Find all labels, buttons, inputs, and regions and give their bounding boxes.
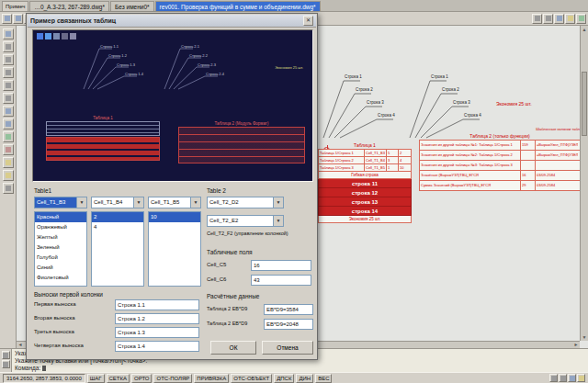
preview-table-1: Таблица 1 bbox=[46, 115, 160, 161]
callout-3-input[interactable] bbox=[115, 327, 199, 338]
notifications-icon[interactable] bbox=[549, 374, 558, 382]
combo-cell-t2-d2[interactable]: Cell_T2_D2▼ bbox=[207, 197, 284, 208]
doc-tab-2[interactable]: Без имени0* bbox=[110, 1, 154, 11]
list-cell-t1-b3[interactable]: Красный Оранжевый Желтый Зеленый Голубой… bbox=[34, 211, 87, 287]
coordinates-readout: 3164.2650, 2857.3853, 0.0000 bbox=[3, 374, 85, 383]
line-icon[interactable] bbox=[3, 54, 14, 65]
arc-icon[interactable] bbox=[3, 93, 14, 104]
chevron-down-icon[interactable]: ▼ bbox=[76, 197, 86, 208]
scroll-right-icon[interactable]: ► bbox=[572, 342, 580, 348]
table-cell bbox=[521, 151, 536, 160]
combo-cell-t1-b5[interactable]: Cell_T1_B5▼ bbox=[148, 197, 201, 208]
circle-icon[interactable] bbox=[3, 80, 14, 91]
combo-cell-t1-b4[interactable]: Cell_T1_B4▼ bbox=[91, 197, 144, 208]
grid-icon[interactable] bbox=[532, 14, 542, 24]
list-cell-t1-b4[interactable]: 2 4 bbox=[91, 211, 144, 287]
combo-cell-t2-e2[interactable]: Cell_T2_E2▼ bbox=[207, 215, 284, 227]
highlighted-row: строка 11 bbox=[318, 179, 412, 188]
list-item[interactable]: Синий bbox=[35, 263, 86, 273]
table-cell: =ВыражУзел_ПТФ(УЗЕЛ_059) bbox=[536, 141, 578, 150]
field-1-input[interactable] bbox=[251, 260, 311, 271]
drawing-table-1[interactable]: Таблица 1 Таблица 1/Строка 1 Cell_T1_B3 … bbox=[318, 141, 412, 223]
list-item[interactable]: 2 bbox=[92, 212, 143, 222]
calc-2-input[interactable] bbox=[264, 319, 313, 330]
status-toggle-dyn[interactable]: ДИН bbox=[296, 374, 313, 383]
select-cursor-icon[interactable] bbox=[3, 28, 14, 39]
field-2-input[interactable] bbox=[251, 275, 311, 286]
chevron-down-icon[interactable]: ▼ bbox=[273, 197, 283, 208]
list-cell-t1-b5[interactable]: 10 bbox=[148, 211, 201, 287]
dialog-titlebar[interactable]: Пример связанных таблиц ✕ bbox=[28, 15, 316, 28]
text-icon[interactable] bbox=[3, 131, 14, 142]
list-item[interactable]: 4 bbox=[92, 222, 143, 232]
block-icon[interactable] bbox=[3, 170, 14, 181]
list-item[interactable]: Оранжевый bbox=[35, 222, 86, 232]
erase-icon[interactable] bbox=[3, 41, 14, 52]
list-item[interactable]: Красный bbox=[35, 212, 86, 222]
doc-tab-1[interactable]: …0_А.3-23, 267-289.dwg* bbox=[29, 1, 109, 11]
callout-label: Строка 4 bbox=[464, 113, 481, 118]
fullscreen-icon[interactable] bbox=[568, 374, 576, 382]
callout-3-label: Третья выноска bbox=[34, 329, 74, 334]
status-toggle-snap[interactable]: ШАГ bbox=[87, 374, 105, 383]
list-item[interactable]: Желтый bbox=[35, 232, 86, 242]
callout-1-input[interactable] bbox=[115, 299, 199, 310]
command-input[interactable]: Команда: bbox=[15, 365, 586, 372]
chevron-down-icon[interactable]: ▼ bbox=[133, 197, 143, 208]
command-options-icon[interactable] bbox=[2, 360, 10, 368]
new-file-icon[interactable] bbox=[2, 14, 12, 24]
scroll-up-icon[interactable]: ▲ bbox=[581, 26, 588, 33]
dimension-icon[interactable] bbox=[3, 157, 14, 168]
callout-4-input[interactable] bbox=[115, 341, 199, 352]
settings-gear-icon[interactable] bbox=[565, 14, 575, 24]
fields-section-title: Табличные поля bbox=[207, 249, 253, 255]
field-2-label: Cell_C6 bbox=[207, 276, 226, 282]
status-right-group bbox=[549, 374, 585, 382]
open-icon[interactable] bbox=[13, 14, 23, 24]
leader-lines bbox=[320, 73, 408, 140]
lock-icon[interactable] bbox=[559, 374, 567, 382]
doc-tab-active[interactable]: rev001. Проверка функций в сумме и объед… bbox=[155, 1, 321, 11]
search-icon[interactable] bbox=[554, 14, 564, 24]
clean-screen-icon[interactable] bbox=[577, 374, 585, 382]
list-item[interactable]: Голубой bbox=[35, 253, 86, 263]
hatch-icon[interactable] bbox=[3, 183, 14, 194]
close-icon[interactable]: ✕ bbox=[303, 16, 313, 26]
scroll-left-icon[interactable]: ◄ bbox=[17, 342, 24, 348]
cancel-button[interactable]: Отмена bbox=[262, 341, 313, 355]
command-history-icon[interactable] bbox=[2, 351, 10, 359]
preview-pane[interactable]: Строка 1.1 Строка 1.2 Строка 1.3 Строка … bbox=[32, 29, 313, 182]
chevron-down-icon[interactable]: ▼ bbox=[273, 216, 283, 226]
list-item[interactable]: Фиолетовый bbox=[35, 273, 86, 283]
status-toggle-osnap[interactable]: ПРИВЯЗКА bbox=[194, 374, 229, 383]
spline-icon[interactable] bbox=[3, 118, 14, 130]
combo-cell-t1-b3[interactable]: Cell_T1_B3▼ bbox=[34, 197, 87, 208]
status-toggle-ucs[interactable]: ДПСК bbox=[274, 374, 294, 383]
callout-2-input[interactable] bbox=[115, 313, 199, 324]
list-item[interactable]: 10 bbox=[149, 212, 200, 222]
polyline-icon[interactable] bbox=[3, 67, 14, 78]
ok-button[interactable]: ОК bbox=[210, 341, 256, 355]
table-tool-icon[interactable] bbox=[3, 144, 14, 155]
table-cell: 5 bbox=[387, 150, 399, 156]
economy-note[interactable]: Экономия 25 шт. bbox=[496, 101, 532, 107]
status-toggle-polar[interactable]: ОТС-ПОЛЯР bbox=[153, 374, 192, 383]
drawing-table-2[interactable]: Шаблонные колонки табл. Таблица 2 (тольк… bbox=[419, 127, 581, 191]
status-toggle-grid[interactable]: СЕТКА bbox=[107, 374, 130, 383]
help-icon[interactable] bbox=[576, 14, 586, 24]
rectangle-icon[interactable] bbox=[3, 106, 14, 117]
table-cell: 3 bbox=[387, 157, 399, 163]
calc-1-input[interactable] bbox=[264, 304, 313, 315]
notes-panel-tab[interactable]: Примеч bbox=[2, 1, 28, 11]
status-toggle-otrack[interactable]: ОТС-ОБЪЕКТ bbox=[231, 374, 272, 383]
vertical-scrollbar[interactable]: ▲ ▼ bbox=[580, 26, 588, 341]
ortho-icon[interactable] bbox=[543, 14, 553, 24]
scrollbar-thumb[interactable] bbox=[582, 72, 587, 136]
status-toggle-lineweight[interactable]: ВЕС bbox=[315, 374, 332, 383]
callout-label: Строка 4 bbox=[378, 113, 395, 118]
chevron-down-icon[interactable]: ▼ bbox=[190, 197, 200, 208]
callout-group-a[interactable]: Строка 1 Строка 2 Строка 3 Строка 4 bbox=[320, 73, 408, 140]
list-item[interactable]: Зеленый bbox=[35, 242, 86, 253]
status-toggle-ortho[interactable]: ОРТО bbox=[131, 374, 152, 383]
scroll-down-icon[interactable]: ▼ bbox=[581, 333, 588, 341]
